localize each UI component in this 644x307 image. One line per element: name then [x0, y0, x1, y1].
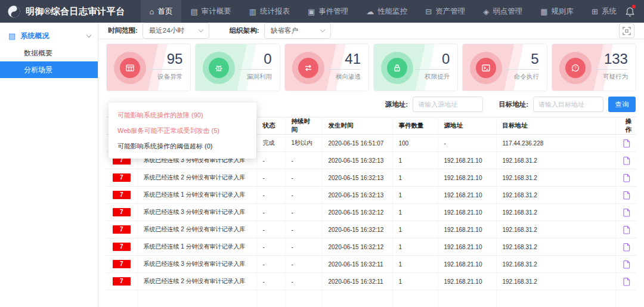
org-value: 缺省客户 — [271, 26, 298, 35]
table-row: 7系统已经连续 2 分钟没有审计记录入库--2020-06-15 16:32:1… — [106, 169, 636, 187]
chevron-down-icon — [199, 27, 203, 32]
status-cell: - — [256, 204, 285, 221]
stat-label: 可疑行为 — [593, 73, 628, 81]
nav-item-statistics-report[interactable]: ▥统计报表 — [240, 0, 299, 23]
time-range-select[interactable]: 最近24小时 — [143, 23, 209, 39]
dropdown-item[interactable]: 可能影响系统操作的阈值超标 (0) — [109, 138, 256, 154]
status-cell: - — [256, 238, 285, 256]
action-cell — [615, 221, 636, 238]
document-detail-icon[interactable] — [623, 260, 630, 269]
stat-cards: 95 设备异常 — [98, 39, 644, 91]
document-detail-icon[interactable] — [623, 156, 630, 165]
level-cell: 7 — [106, 187, 137, 204]
duration-cell: - — [285, 256, 322, 273]
device-grid-icon — [125, 63, 135, 73]
occur-time-cell: 2020-06-15 16:32:13 — [322, 169, 392, 187]
event-count-cell: 1 — [392, 169, 438, 187]
target-ip-cell: 192.168.31.2 — [496, 221, 615, 238]
status-cell: - — [256, 273, 285, 290]
dropdown-item[interactable]: 可能影响系统操作的故障 (90) — [109, 107, 256, 123]
time-range-label: 时间范围: — [108, 26, 138, 35]
nav-item-asset-management[interactable]: ⊟资产管理 — [416, 0, 474, 23]
list-doc-icon: ▤ — [8, 32, 16, 41]
target-address-input[interactable] — [533, 97, 603, 112]
event-name-cell — [137, 290, 256, 307]
source-ip-cell: 192.168.21.10 — [438, 256, 496, 273]
stat-card-privilege-escalation[interactable]: 0 权限提升 — [373, 44, 458, 91]
event-name-cell: 系统已经连续 1 分钟没有审计记录入库 — [137, 187, 256, 204]
level-badge: 7 — [113, 173, 131, 182]
table-row: 7系统已经连续 3 分钟没有审计记录入库--2020-06-15 16:32:1… — [106, 204, 636, 221]
notification-bell-icon[interactable] — [626, 7, 634, 17]
nav-label: 规则库 — [552, 7, 574, 17]
nav-item-audit-overview[interactable]: ▤审计概要 — [181, 0, 240, 23]
document-detail-icon[interactable] — [623, 173, 630, 182]
stat-card-device-anomaly[interactable]: 95 设备异常 — [106, 44, 191, 91]
source-ip-cell: 192.168.21.10 — [438, 187, 496, 204]
nav-item-system[interactable]: ⊞系统 — [583, 0, 626, 23]
stat-card-suspicious-behavior[interactable]: ? 133 可疑行为 — [552, 44, 636, 91]
duration-cell: - — [285, 221, 322, 238]
grid-icon: ⊞ — [592, 8, 598, 15]
target-ip-cell: 192.168.31.2 — [496, 238, 615, 256]
sidebar-item-data-summary[interactable]: 数据概要 — [0, 45, 98, 61]
nav-item-home[interactable]: ⌂首页 — [141, 0, 182, 23]
source-address-label: 源地址: — [385, 100, 408, 109]
document-detail-icon[interactable] — [623, 139, 630, 148]
logo-icon — [7, 5, 21, 18]
stat-label: 设备异常 — [148, 73, 182, 81]
nav-label: 统计报表 — [260, 7, 290, 17]
action-cell — [615, 204, 636, 221]
query-button[interactable]: 查询 — [608, 97, 636, 112]
duration-cell: - — [285, 152, 322, 169]
document-detail-icon[interactable] — [623, 191, 630, 200]
table-row: 7系统已经连续 2 分钟没有审计记录入库--2020-06-15 16:32:1… — [106, 273, 636, 290]
org-select[interactable]: 缺省客户 — [264, 23, 331, 39]
nav-label: 事件管理 — [318, 7, 348, 17]
occur-time-cell: 2020-06-15 16:32:11 — [322, 256, 392, 273]
target-ip-cell: 192.168.31.2 — [496, 256, 615, 273]
stat-value: 133 — [593, 51, 628, 67]
status-cell: - — [256, 221, 285, 238]
nav-item-weakness-management[interactable]: ◈弱点管理 — [474, 0, 531, 23]
event-count-cell: 1 — [392, 187, 438, 204]
target-ip-cell: 192.168.31.2 — [496, 152, 615, 169]
document-detail-icon[interactable] — [623, 208, 630, 217]
nav-item-rule-base[interactable]: ▦规则库 — [531, 0, 583, 23]
status-cell: - — [256, 256, 285, 273]
sidebar-group-system-overview[interactable]: ▤ 系统概况 — [0, 27, 98, 45]
nav-item-performance-monitor[interactable]: ☁性能监控 — [357, 0, 416, 23]
stat-card-command-execution[interactable]: 5 命令执行 — [462, 44, 547, 91]
status-cell: - — [256, 152, 285, 169]
source-address-input[interactable] — [413, 97, 483, 112]
org-label: 组织架构: — [230, 26, 259, 35]
action-cell — [615, 169, 636, 187]
status-cell: - — [256, 169, 285, 187]
sidebar-item-analysis-scene[interactable]: 分析场景 — [0, 61, 98, 78]
occur-time-cell: 2020-06-15 16:32:12 — [322, 204, 392, 221]
database-icon: ⊟ — [425, 8, 432, 15]
main-content: 时间范围: 最近24小时 组织架构: 缺省客户 — [98, 23, 644, 307]
sidebar-items: 数据概要分析场景 — [0, 45, 98, 78]
fullscreen-button[interactable] — [619, 23, 634, 38]
document-detail-icon[interactable] — [623, 277, 630, 286]
stat-value: 0 — [237, 51, 272, 67]
level-badge: 7 — [113, 243, 131, 251]
table-row: 7系统已经连续 3 分钟没有审计记录入库--2020-06-15 16:32:1… — [106, 256, 636, 273]
level-cell: 7 — [106, 221, 137, 238]
target-ip-cell: 192.168.31.2 — [496, 204, 615, 221]
clipboard-icon: ▣ — [308, 8, 315, 15]
filter-bar: 时间范围: 最近24小时 组织架构: 缺省客户 — [98, 23, 644, 39]
action-cell — [615, 290, 636, 307]
stat-label: 权限提升 — [415, 73, 450, 81]
dropdown-item[interactable]: Web服务可能不正常或受到攻击 (5) — [109, 123, 256, 138]
stat-card-lateral-movement[interactable]: 41 横向渗透 — [284, 44, 369, 91]
source-ip-cell: 192.168.21.10 — [438, 152, 496, 169]
suspicious-bubble-icon: ? — [571, 63, 580, 73]
nav-item-event-management[interactable]: ▣事件管理 — [299, 0, 357, 23]
document-detail-icon[interactable] — [623, 225, 630, 234]
level-cell: 7 — [106, 273, 137, 290]
document-detail-icon[interactable] — [623, 243, 630, 252]
stat-card-vuln-exploit[interactable]: 0 漏洞利用 — [195, 44, 280, 91]
action-cell — [615, 187, 636, 204]
